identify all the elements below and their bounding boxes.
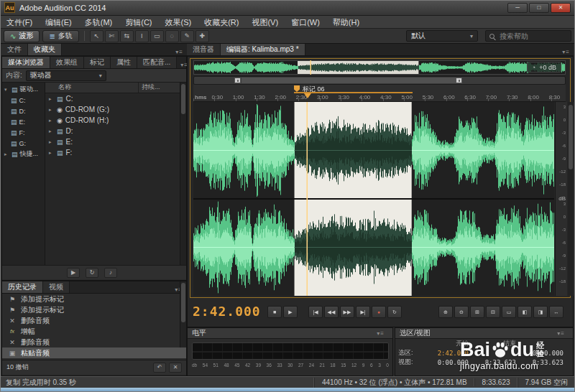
zoom-sel-left-button[interactable]: ◧ bbox=[518, 306, 532, 318]
rewind-button[interactable]: ◀◀ bbox=[324, 306, 339, 318]
zoom-out-time-button[interactable]: ⊟ bbox=[486, 306, 500, 318]
files-tab[interactable]: 收藏夹 bbox=[28, 44, 62, 55]
tree-item-drive[interactable]: ▤C: bbox=[2, 95, 45, 106]
marquee-selection-tool[interactable]: ▭ bbox=[150, 30, 164, 42]
twisty-icon[interactable]: ▸ bbox=[49, 96, 54, 102]
menu-item[interactable]: 多轨(M) bbox=[78, 16, 119, 29]
value-duration[interactable]: 0:00.000 bbox=[520, 350, 568, 357]
undo-icon[interactable]: ↶ bbox=[153, 363, 166, 373]
value-start[interactable]: 0:00.000 bbox=[426, 359, 473, 366]
lasso-selection-tool[interactable]: ◌ bbox=[165, 30, 179, 42]
tree-item-drive[interactable]: ▤D: bbox=[2, 106, 45, 116]
razor-tool[interactable]: ✄ bbox=[105, 30, 119, 42]
scrollbar-thumb[interactable] bbox=[181, 283, 185, 322]
fast-forward-button[interactable]: ▶▶ bbox=[340, 306, 354, 318]
twisty-icon[interactable]: ▸ bbox=[4, 151, 9, 157]
search-input[interactable] bbox=[498, 32, 567, 41]
spot-healing-brush-tool[interactable]: ✚ bbox=[196, 30, 209, 42]
paintbrush-selection-tool[interactable]: ✎ bbox=[180, 30, 194, 42]
value-start[interactable]: 2:42.000 bbox=[426, 350, 473, 357]
zoom-navigator[interactable] bbox=[193, 76, 566, 85]
editor-tab[interactable]: 混音器 bbox=[187, 44, 221, 55]
history-scrollbar[interactable] bbox=[180, 281, 186, 347]
menu-item[interactable]: 编辑(E) bbox=[39, 16, 78, 29]
media-browser-tab[interactable]: 媒体浏览器 bbox=[2, 57, 50, 68]
loop-preview-button[interactable]: ↻ bbox=[86, 268, 98, 278]
media-browser-tab[interactable]: 匹配音... bbox=[137, 57, 177, 68]
value-duration[interactable]: 8:33.623 bbox=[520, 359, 568, 366]
minimize-button[interactable]: ─ bbox=[507, 3, 528, 13]
zoom-out-amplitude-button[interactable]: ⊖ bbox=[454, 306, 469, 318]
selection-view-header[interactable]: 选区/视图 ▾≡ bbox=[395, 328, 573, 339]
history-tab[interactable]: 历史记录 bbox=[2, 281, 43, 293]
menu-item[interactable]: 文件(F) bbox=[0, 16, 39, 29]
clear-history-icon[interactable]: ✕ bbox=[169, 363, 182, 373]
history-item[interactable]: ▣粘贴音频 bbox=[2, 347, 186, 358]
menu-item[interactable]: 窗口(W) bbox=[285, 16, 326, 29]
marker-lane[interactable]: 标记 06 bbox=[193, 85, 566, 93]
marker-flag-icon[interactable] bbox=[294, 85, 300, 92]
volume-hud[interactable]: ◔ +0 dB bbox=[527, 62, 561, 73]
history-tab[interactable]: 视频 bbox=[43, 281, 70, 293]
twisty-icon[interactable]: ▾ bbox=[4, 87, 9, 93]
tree-item-drive[interactable]: ▤F: bbox=[2, 127, 45, 138]
play-button[interactable]: ▶ bbox=[283, 306, 298, 318]
menu-item[interactable]: 视图(V) bbox=[245, 16, 285, 29]
move-tool[interactable]: ↖ bbox=[90, 30, 104, 42]
menu-item[interactable]: 效果(S) bbox=[159, 16, 198, 29]
tree-item-drive[interactable]: ▤E: bbox=[2, 116, 45, 127]
title-bar[interactable]: Au Adobe Audition CC 2014 ─ □ ✕ bbox=[0, 0, 575, 16]
tree-row[interactable]: ▸◉CD-ROM (H:) bbox=[45, 115, 180, 126]
content-dropdown[interactable]: 驱动器 ▾ bbox=[26, 70, 106, 81]
twisty-icon[interactable]: ▸ bbox=[49, 107, 54, 113]
column-header-duration[interactable]: 持续... bbox=[138, 83, 180, 93]
panel-menu-icon[interactable]: ▾≡ bbox=[373, 330, 388, 337]
navigator-range[interactable] bbox=[242, 78, 456, 83]
zoom-in-amplitude-button[interactable]: ⊕ bbox=[438, 306, 453, 318]
panel-menu-icon[interactable]: ▾≡ bbox=[172, 49, 187, 55]
menu-item[interactable]: 收藏夹(R) bbox=[198, 16, 245, 29]
volume-knob-icon[interactable]: ◔ bbox=[532, 64, 535, 71]
history-item[interactable]: ⚑添加提示标记 bbox=[2, 304, 186, 315]
tree-item-shortcuts[interactable]: ▸▤快捷... bbox=[2, 149, 45, 159]
stereo-waveform[interactable] bbox=[193, 102, 554, 296]
twisty-icon[interactable]: ▸ bbox=[49, 150, 54, 156]
scrollbar-thumb[interactable] bbox=[181, 84, 185, 114]
history-item[interactable]: ✕删除音频 bbox=[2, 337, 186, 347]
tree-row[interactable]: ▸◉CD-ROM (G:) bbox=[45, 104, 180, 115]
tree-row[interactable]: ▸▤C: bbox=[45, 93, 180, 104]
tree-item-drive[interactable]: ▤G: bbox=[2, 138, 45, 149]
history-item[interactable]: ⚑添加提示标记 bbox=[2, 294, 186, 304]
history-item[interactable]: ✕删除音频 bbox=[2, 315, 186, 326]
levels-header[interactable]: 电平 ▾≡ bbox=[188, 328, 392, 339]
record-button[interactable]: ● bbox=[372, 306, 386, 318]
playhead-time-display[interactable]: 2:42.000 bbox=[193, 304, 261, 319]
skip-to-start-button[interactable]: |◀ bbox=[308, 306, 323, 318]
twisty-icon[interactable]: ▸ bbox=[49, 118, 54, 123]
tree-row[interactable]: ▸▤E: bbox=[45, 136, 180, 147]
file-overview-strip[interactable]: ◔ +0 dB bbox=[193, 60, 566, 75]
time-selection-tool[interactable]: I bbox=[135, 30, 149, 42]
tree-row[interactable]: ▸▤F: bbox=[45, 147, 180, 158]
waveform-display[interactable] bbox=[193, 102, 554, 296]
tree-item-drives[interactable]: ▾▤驱动... bbox=[2, 84, 45, 95]
media-browser-tab[interactable]: 属性 bbox=[111, 57, 137, 68]
tree-scrollbar[interactable] bbox=[180, 83, 186, 265]
scrollbar-thumb[interactable] bbox=[569, 105, 573, 169]
files-tab[interactable]: 文件 bbox=[1, 44, 28, 55]
stop-button[interactable]: ■ bbox=[267, 306, 282, 318]
help-search-box[interactable] bbox=[485, 30, 571, 42]
playhead-caret[interactable] bbox=[304, 93, 311, 98]
slip-tool[interactable]: ⇆ bbox=[120, 30, 134, 42]
auto-play-button[interactable]: ♪ bbox=[104, 268, 117, 278]
navigator-handle-right[interactable] bbox=[456, 78, 462, 83]
loop-playback-button[interactable]: ↻ bbox=[387, 306, 402, 318]
tree-row[interactable]: ▸▤D: bbox=[45, 126, 180, 136]
panel-menu-icon[interactable]: ▾≡ bbox=[553, 330, 569, 337]
navigator-handle-left[interactable] bbox=[234, 78, 241, 83]
history-item[interactable]: fx增幅 bbox=[2, 326, 186, 337]
value-end[interactable]: 8:33.623 bbox=[473, 359, 520, 366]
zoom-selection-button[interactable]: ▭ bbox=[502, 306, 516, 318]
timeline-ruler[interactable]: hms 0:301:001:302:002:303:003:304:004:30… bbox=[193, 93, 566, 102]
twisty-icon[interactable]: ▸ bbox=[49, 129, 54, 134]
